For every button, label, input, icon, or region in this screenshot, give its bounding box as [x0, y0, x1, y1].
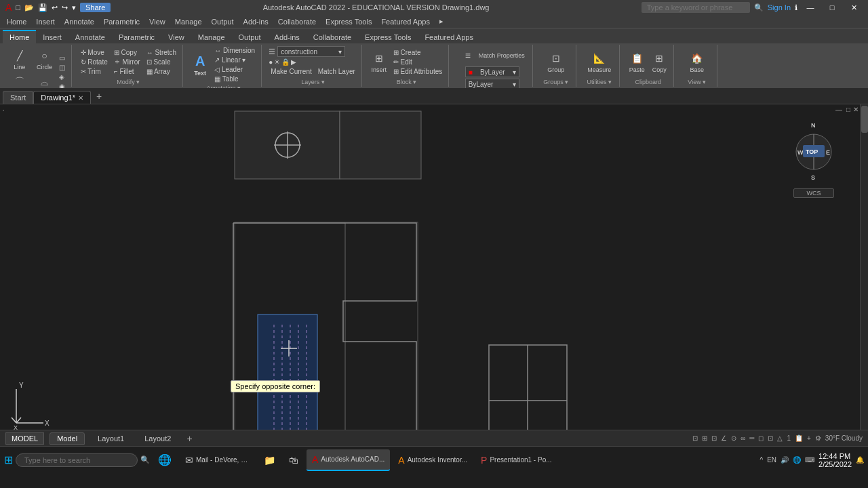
polar-toggle[interactable]: ∠	[721, 434, 727, 442]
qat-more[interactable]: ▾	[72, 3, 76, 12]
paste-btn[interactable]: 📋 Paste	[627, 49, 647, 75]
viewport-close-btn[interactable]: ✕	[853, 106, 859, 113]
array-btn[interactable]: ▦ Array	[144, 67, 178, 76]
tray-caret[interactable]: ^	[760, 456, 763, 464]
menu-view[interactable]: View	[145, 16, 170, 27]
menu-output[interactable]: Output	[208, 16, 238, 27]
notification-btn[interactable]: 🔔	[856, 456, 864, 464]
match-prop-btn[interactable]: ≡ Match Properties	[458, 46, 527, 65]
boundary-btn[interactable]: ◉	[57, 82, 67, 88]
taskbar-mail-btn[interactable]: ✉ Mail - DeVore, Mic...	[180, 449, 256, 471]
menu-featured-apps[interactable]: Featured Apps	[377, 16, 434, 27]
transparency-toggle[interactable]: ◻	[758, 434, 764, 442]
new-drawing-tab-btn[interactable]: +	[91, 89, 107, 104]
qat-new[interactable]: □	[16, 3, 20, 12]
menu-home[interactable]: Home	[3, 16, 31, 27]
qat-open[interactable]: 📂	[24, 3, 34, 12]
add-layout-btn[interactable]: +	[184, 433, 195, 444]
match-layer-btn[interactable]: Match Layer	[316, 67, 357, 76]
start-btn[interactable]: ⊞	[4, 453, 13, 466]
menu-annotate[interactable]: Annotate	[60, 16, 98, 27]
layer-ctrl-3[interactable]: 🔒	[281, 58, 290, 66]
grid-toggle[interactable]: ⊞	[702, 434, 707, 442]
rotate-btn[interactable]: ↻ Rotate	[79, 58, 110, 66]
taskbar-search-input[interactable]	[16, 453, 138, 467]
layout2-tab[interactable]: Layout2	[137, 432, 178, 445]
tab-home[interactable]: Home	[3, 30, 36, 43]
mirror-btn[interactable]: ⫩ Mirror	[112, 58, 142, 66]
arc-btn[interactable]: ⌓ Arc	[35, 73, 55, 88]
linetype-dropdown[interactable]: ByLayer▾	[465, 79, 519, 88]
text-btn[interactable]: A Text	[190, 52, 210, 78]
trim-btn[interactable]: ✂ Trim	[79, 67, 110, 76]
taskbar-edge-btn[interactable]: 🌐	[153, 449, 177, 471]
table-btn[interactable]: ▦ Table	[212, 75, 257, 83]
scale-btn[interactable]: ⊡ Scale	[144, 58, 178, 66]
snap-toggle[interactable]: ⊡	[692, 434, 698, 442]
sign-in-btn[interactable]: Sign In	[768, 3, 791, 12]
edit-btn[interactable]: ✏ Edit	[391, 58, 444, 66]
insert-btn[interactable]: ⊞ Insert	[369, 49, 389, 75]
network-icon[interactable]: 🌐	[793, 456, 801, 464]
tab-manage[interactable]: Manage	[191, 30, 232, 43]
quick-props-toggle[interactable]: 📋	[795, 434, 803, 442]
tab-featured-apps[interactable]: Featured Apps	[418, 30, 480, 43]
move-btn[interactable]: ✛ Move	[79, 48, 110, 57]
maximize-btn[interactable]: □	[823, 0, 841, 15]
qat-save[interactable]: 💾	[38, 3, 47, 12]
copy-btn[interactable]: ⊞ Copy	[112, 48, 142, 57]
drawing-canvas[interactable]: Y X X	[0, 104, 868, 430]
measure-btn[interactable]: 📐 Measure	[585, 49, 613, 75]
model-tab[interactable]: Model	[50, 432, 85, 445]
circle-btn[interactable]: ○ Circle	[35, 46, 55, 72]
color-dropdown[interactable]: ■ ByLayer▾	[465, 66, 519, 77]
polyline-btn[interactable]: ⌒ Polyline	[7, 73, 33, 88]
clipboard-copy-btn[interactable]: ⊞ Copy	[649, 49, 669, 75]
menu-more[interactable]: ▸	[435, 16, 448, 27]
drawing1-tab[interactable]: Drawing1* ✕	[33, 91, 91, 104]
title-search-input[interactable]	[642, 2, 750, 13]
menu-express-tools[interactable]: Express Tools	[321, 16, 376, 27]
layout1-tab[interactable]: Layout1	[90, 432, 132, 445]
stretch-btn[interactable]: ↔ Stretch	[144, 48, 178, 57]
units-toggle[interactable]: 1	[787, 434, 791, 442]
drawing-area[interactable]: -][Top][2D Wireframe] ✕ □ —	[0, 104, 868, 430]
start-tab[interactable]: Start	[3, 91, 33, 104]
dimension-btn[interactable]: ↔ Dimension	[212, 46, 257, 55]
qat-undo[interactable]: ↩	[52, 3, 58, 12]
qat-redo[interactable]: ↪	[62, 3, 68, 12]
rect-btn[interactable]: ▭	[57, 54, 67, 62]
ortho-toggle[interactable]: ⊡	[711, 434, 717, 442]
anno-monitor[interactable]: △	[777, 434, 783, 442]
tab-annotate[interactable]: Annotate	[68, 30, 112, 43]
layer-ctrl-1[interactable]: ●	[269, 58, 273, 66]
base-btn[interactable]: 🏠 Base	[687, 49, 707, 75]
vertical-scrollbar[interactable]	[860, 104, 868, 430]
layer-ctrl-2[interactable]: ☀	[274, 58, 280, 66]
viewport-restore-btn[interactable]: □	[846, 106, 850, 113]
taskbar-autocad-btn[interactable]: A Autodesk AutoCAD...	[307, 449, 390, 471]
otrack-toggle[interactable]: ∞	[741, 434, 745, 442]
tab-express-tools[interactable]: Express Tools	[358, 30, 418, 43]
lineweight-toggle[interactable]: ═	[749, 434, 754, 442]
taskbar-inventor-btn[interactable]: A Autodesk Inventor...	[393, 449, 473, 471]
create-btn[interactable]: ⊞ Create	[391, 48, 444, 57]
edit-attr-btn[interactable]: ⊞ Edit Attributes	[391, 67, 444, 76]
volume-icon[interactable]: 🔊	[781, 456, 789, 464]
selection-cycle-toggle[interactable]: ⊡	[768, 434, 773, 442]
close-tab-icon[interactable]: ✕	[78, 94, 83, 102]
tab-insert[interactable]: Insert	[36, 30, 68, 43]
taskbar-ppt-btn[interactable]: P Presentation1 - Po...	[475, 449, 557, 471]
make-current-btn[interactable]: Make Current	[269, 67, 314, 76]
share-button[interactable]: Share	[80, 3, 111, 12]
scrollbar-thumb[interactable]	[861, 106, 868, 133]
tab-view[interactable]: View	[161, 30, 191, 43]
osnap-toggle[interactable]: ⊙	[731, 434, 736, 442]
search-taskbar-icon[interactable]: 🔍	[140, 455, 150, 464]
tab-output[interactable]: Output	[232, 30, 268, 43]
minimize-btn[interactable]: —	[802, 0, 819, 15]
search-icon[interactable]: 🔍	[754, 3, 764, 12]
viewport-minimize-btn[interactable]: —	[835, 106, 842, 113]
leader-btn[interactable]: ◁ Leader	[212, 65, 257, 74]
info-icon[interactable]: ℹ	[795, 3, 797, 12]
